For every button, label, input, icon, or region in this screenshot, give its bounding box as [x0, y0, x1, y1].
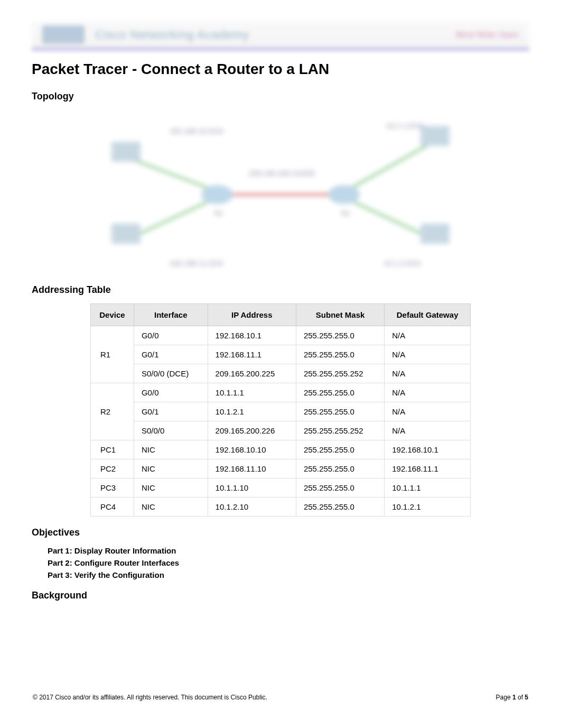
svg-text:192.168.10.0/24: 192.168.10.0/24 [170, 127, 223, 135]
cell-gw: N/A [385, 383, 471, 402]
cell-interface: S0/0/0 [134, 421, 208, 440]
cell-device: PC2 [91, 459, 134, 478]
cell-ip: 10.1.1.1 [208, 383, 296, 402]
cell-mask: 255.255.255.252 [296, 421, 384, 440]
svg-rect-5 [111, 142, 141, 162]
cell-mask: 255.255.255.0 [296, 478, 384, 497]
cell-gw: 10.1.1.1 [385, 478, 471, 497]
topology-diagram: 192.168.10.0/24 10.1.1.0/24 209.165.200.… [80, 110, 481, 274]
cell-ip: 10.1.1.10 [208, 478, 296, 497]
footer-page-number: Page 1 of 5 [496, 694, 528, 701]
objectives-heading: Objectives [32, 527, 529, 538]
cell-mask: 255.255.255.0 [296, 345, 384, 364]
cell-mask: 255.255.255.0 [296, 459, 384, 478]
cell-interface: NIC [134, 497, 208, 517]
cell-ip: 192.168.10.1 [208, 326, 296, 345]
svg-text:R1: R1 [214, 209, 223, 217]
cell-ip: 209.165.200.226 [208, 421, 296, 440]
cell-ip: 192.168.10.10 [208, 440, 296, 459]
cell-gw: 192.168.11.1 [385, 459, 471, 478]
cell-ip: 10.1.2.1 [208, 402, 296, 421]
svg-rect-6 [111, 224, 141, 244]
svg-point-10 [328, 185, 360, 204]
table-row: PC4NIC10.1.2.10255.255.255.010.1.2.1 [91, 497, 471, 517]
background-heading: Background [32, 590, 529, 601]
svg-line-0 [127, 158, 212, 189]
cell-ip: 10.1.2.10 [208, 497, 296, 517]
cell-device: PC4 [91, 497, 134, 517]
table-row: S0/0/0209.165.200.226255.255.255.252N/A [91, 421, 471, 440]
col-gateway: Default Gateway [385, 304, 471, 326]
svg-line-2 [349, 142, 434, 189]
header-right-text: Mind Wide Open [456, 30, 519, 40]
table-row: PC2NIC192.168.11.10255.255.255.0192.168.… [91, 459, 471, 478]
cisco-logo [42, 25, 85, 44]
svg-text:10.1.1.0/24: 10.1.1.0/24 [386, 122, 423, 130]
svg-text:R2: R2 [341, 209, 350, 217]
table-row: G0/110.1.2.1255.255.255.0N/A [91, 402, 471, 421]
cell-interface: G0/1 [134, 402, 208, 421]
cell-gw: N/A [385, 402, 471, 421]
objectives-list: Part 1: Display Router Information Part … [32, 546, 529, 579]
cell-device: PC1 [91, 440, 134, 459]
cell-mask: 255.255.255.0 [296, 440, 384, 459]
cell-interface: S0/0/0 (DCE) [134, 364, 208, 383]
cell-ip: 192.168.11.10 [208, 459, 296, 478]
cell-device: PC3 [91, 478, 134, 497]
svg-text:192.168.11.0/24: 192.168.11.0/24 [170, 259, 223, 268]
cell-gw: N/A [385, 364, 471, 383]
addressing-table-body: R1G0/0192.168.10.1255.255.255.0N/AG0/119… [91, 326, 471, 517]
cell-device: R1 [91, 326, 134, 383]
table-row: PC1NIC192.168.10.10255.255.255.0192.168.… [91, 440, 471, 459]
cell-gw: N/A [385, 326, 471, 345]
cell-mask: 255.255.255.252 [296, 364, 384, 383]
table-row: G0/1192.168.11.1255.255.255.0N/A [91, 345, 471, 364]
cell-interface: G0/0 [134, 383, 208, 402]
cell-mask: 255.255.255.0 [296, 497, 384, 517]
table-row: S0/0/0 (DCE)209.165.200.225255.255.255.2… [91, 364, 471, 383]
objective-1: Part 1: Display Router Information [48, 546, 529, 555]
table-row: PC3NIC10.1.1.10255.255.255.010.1.1.1 [91, 478, 471, 497]
col-device: Device [91, 304, 134, 326]
footer-copyright: © 2017 Cisco and/or its affiliates. All … [33, 694, 267, 701]
col-mask: Subnet Mask [296, 304, 384, 326]
header-brand-text: Cisco Networking Academy [95, 28, 249, 42]
svg-text:10.1.2.0/24: 10.1.2.0/24 [384, 259, 420, 268]
addressing-table: Device Interface IP Address Subnet Mask … [90, 303, 471, 517]
table-row: R1G0/0192.168.10.1255.255.255.0N/A [91, 326, 471, 345]
document-title: Packet Tracer - Connect a Router to a LA… [32, 61, 529, 78]
cell-mask: 255.255.255.0 [296, 326, 384, 345]
svg-rect-7 [420, 126, 450, 146]
svg-text:209.165.200.224/30: 209.165.200.224/30 [249, 169, 315, 178]
cell-interface: NIC [134, 478, 208, 497]
document-footer: © 2017 Cisco and/or its affiliates. All … [32, 694, 529, 701]
objective-3: Part 3: Verify the Configuration [48, 570, 529, 579]
cell-interface: NIC [134, 459, 208, 478]
document-header: Cisco Networking Academy Mind Wide Open [32, 21, 529, 50]
cell-mask: 255.255.255.0 [296, 402, 384, 421]
cell-gw: N/A [385, 345, 471, 364]
cell-interface: G0/0 [134, 326, 208, 345]
table-row: R2G0/010.1.1.1255.255.255.0N/A [91, 383, 471, 402]
svg-rect-8 [420, 224, 450, 244]
cell-interface: NIC [134, 440, 208, 459]
cell-gw: 192.168.10.1 [385, 440, 471, 459]
cell-interface: G0/1 [134, 345, 208, 364]
cell-mask: 255.255.255.0 [296, 383, 384, 402]
addressing-heading: Addressing Table [32, 284, 529, 296]
cell-ip: 209.165.200.225 [208, 364, 296, 383]
col-ip: IP Address [208, 304, 296, 326]
topology-heading: Topology [32, 91, 529, 102]
cell-gw: 10.1.2.1 [385, 497, 471, 517]
cell-ip: 192.168.11.1 [208, 345, 296, 364]
objective-2: Part 2: Configure Router Interfaces [48, 558, 529, 567]
col-interface: Interface [134, 304, 208, 326]
cell-gw: N/A [385, 421, 471, 440]
cell-device: R2 [91, 383, 134, 440]
svg-point-9 [201, 185, 233, 204]
